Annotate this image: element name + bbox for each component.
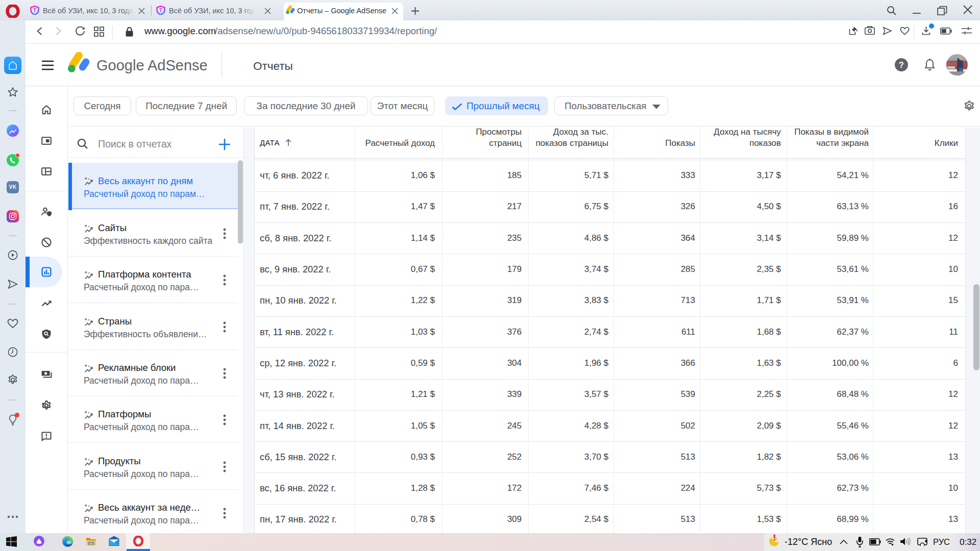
svg-text:?: ? [899,61,904,69]
svg-text:T: T [159,8,162,13]
svg-text:T: T [33,8,36,13]
